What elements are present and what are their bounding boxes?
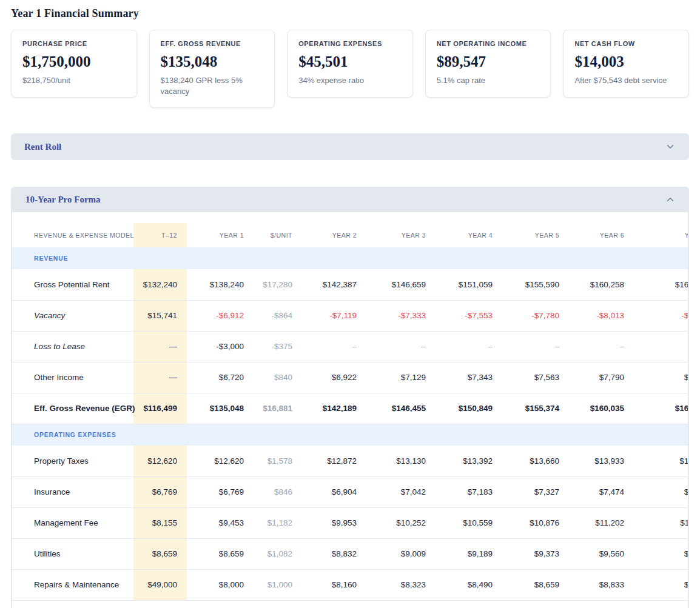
cell: -$7,119 — [302, 300, 366, 331]
table-header: Revenue & Expense ModelT–12Year 1$/UnitY… — [12, 223, 688, 247]
section-title: 10-Year Pro Forma — [25, 195, 101, 205]
column-header: $/Unit — [254, 223, 302, 247]
cell: $12,872 — [302, 446, 366, 476]
column-header: Year 2 — [302, 223, 366, 247]
row-label: Other Income — [12, 362, 133, 393]
column-header: Year 5 — [502, 223, 569, 247]
cell: -$7,780 — [502, 300, 569, 331]
cell: -$864 — [254, 300, 302, 331]
cell: $7,183 — [436, 476, 502, 507]
cell: — — [133, 331, 187, 362]
cell: $165,065 — [634, 269, 688, 300]
row-label: Property Taxes — [12, 446, 133, 476]
row-label: Vacancy — [12, 300, 133, 331]
row-label: Utilities — [12, 538, 133, 569]
table-row: Gross Potential Rent$132,240$138,240$17,… — [12, 269, 688, 300]
table-body: RevenueGross Potential Rent$132,240$138,… — [12, 247, 688, 600]
cell: $16,881 — [254, 393, 302, 424]
cell: $9,953 — [302, 507, 366, 538]
cell: $1,578 — [254, 446, 302, 476]
cell: -$6,912 — [187, 300, 254, 331]
cell: $9,009 — [366, 538, 436, 569]
card-value: $135,048 — [161, 53, 264, 70]
card-net-cash-flow: Net Cash Flow $14,003 After $75,543 debt… — [563, 30, 689, 98]
cell: $10,252 — [366, 507, 436, 538]
cell: $12,620 — [187, 446, 254, 476]
cell: $7,327 — [502, 476, 569, 507]
group-header: Revenue — [12, 247, 688, 269]
page-title: Year 1 Financial Summary — [11, 7, 689, 20]
cell: $8,000 — [187, 569, 254, 600]
cell: $13,933 — [569, 446, 634, 476]
cell: – — [634, 331, 688, 362]
column-header: T–12 — [133, 223, 187, 247]
card-label: Net Cash Flow — [574, 40, 678, 47]
cell: $8,155 — [133, 507, 187, 538]
cell: $151,059 — [436, 269, 502, 300]
cell: $8,490 — [436, 569, 502, 600]
table-row: Eff. Gross Revenue (EGR)$116,499$135,048… — [12, 393, 688, 424]
cell: $9,453 — [187, 507, 254, 538]
card-value: $45,501 — [298, 53, 402, 70]
table-row: Property Taxes$12,620$12,620$1,578$12,87… — [12, 446, 688, 476]
cell: $135,048 — [187, 393, 254, 424]
card-operating-expenses: Operating Expenses $45,501 34% expense r… — [287, 30, 413, 98]
column-header: Year 3 — [366, 223, 436, 247]
cell: $116,499 — [133, 393, 187, 424]
cell: $846 — [254, 476, 302, 507]
card-eff-gross-revenue: Eff. Gross Revenue $135,048 $138,240 GPR… — [149, 30, 275, 108]
column-header: Revenue & Expense Model — [12, 223, 133, 247]
cell: $9,010 — [634, 569, 688, 600]
cell: $9,189 — [436, 538, 502, 569]
cell: $8,832 — [302, 538, 366, 569]
cell: $160,035 — [569, 393, 634, 424]
card-label: Eff. Gross Revenue — [161, 40, 264, 47]
cell: – — [436, 331, 502, 362]
pro-forma-table: Revenue & Expense ModelT–12Year 1$/UnitY… — [12, 223, 688, 601]
cell: $17,280 — [254, 269, 302, 300]
group-header: Operating Expenses — [12, 424, 688, 446]
chevron-down-icon — [666, 142, 675, 151]
row-label: Insurance — [12, 476, 133, 507]
row-label: Management Fee — [12, 507, 133, 538]
cell: $6,922 — [302, 362, 366, 393]
column-header: Year 1 — [187, 223, 254, 247]
cell: $160,258 — [569, 269, 634, 300]
cell: $146,455 — [366, 393, 436, 424]
column-header: Year 4 — [436, 223, 502, 247]
cell: $138,240 — [187, 269, 254, 300]
cell: $13,130 — [366, 446, 436, 476]
card-purchase-price: Purchase Price $1,750,000 $218,750/unit — [11, 30, 137, 98]
rent-roll-section-header[interactable]: Rent Roll — [11, 133, 689, 160]
cell: $13,392 — [436, 446, 502, 476]
cell: $142,189 — [302, 393, 366, 424]
card-label: Purchase Price — [22, 40, 126, 47]
pro-forma-section-header[interactable]: 10-Year Pro Forma — [12, 187, 688, 212]
cell: $6,904 — [302, 476, 366, 507]
cell: – — [502, 331, 569, 362]
table-row: Utilities$8,659$8,659$1,082$8,832$9,009$… — [12, 538, 688, 569]
table-row: Vacancy$15,741-$6,912-$864-$7,119-$7,333… — [12, 300, 688, 331]
cell: $7,474 — [569, 476, 634, 507]
cell: $6,769 — [133, 476, 187, 507]
cell: $8,024 — [634, 362, 688, 393]
cell: $155,590 — [502, 269, 569, 300]
cell: $8,160 — [302, 569, 366, 600]
cell: $132,240 — [133, 269, 187, 300]
cell: $8,659 — [187, 538, 254, 569]
cell: $6,769 — [187, 476, 254, 507]
cell: $164,836 — [634, 393, 688, 424]
cell: $7,129 — [366, 362, 436, 393]
cell: $142,387 — [302, 269, 366, 300]
cell: $146,659 — [366, 269, 436, 300]
cell: $7,343 — [436, 362, 502, 393]
cell: — — [133, 362, 187, 393]
cell: $9,751 — [634, 538, 688, 569]
card-value: $14,003 — [574, 53, 678, 70]
cell: – — [569, 331, 634, 362]
table-row: Other Income—$6,720$840$6,922$7,129$7,34… — [12, 362, 688, 393]
cell: $15,741 — [133, 300, 187, 331]
card-value: $89,547 — [437, 53, 540, 70]
cell: $7,042 — [366, 476, 436, 507]
table-row: Loss to Lease—-$3,000-$375–––––– — [12, 331, 688, 362]
